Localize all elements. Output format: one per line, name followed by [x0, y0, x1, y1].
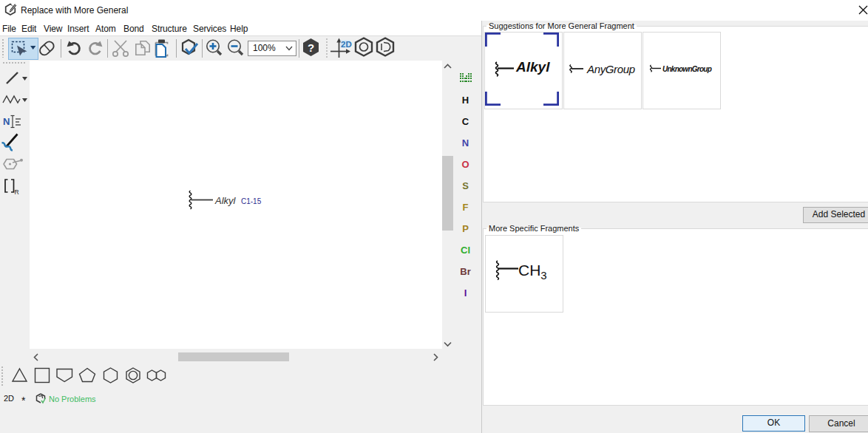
- svg-text:?: ?: [308, 41, 314, 54]
- svg-text:N: N: [3, 116, 10, 127]
- svg-text:2D: 2D: [341, 40, 352, 49]
- svg-text:R: R: [15, 188, 19, 196]
